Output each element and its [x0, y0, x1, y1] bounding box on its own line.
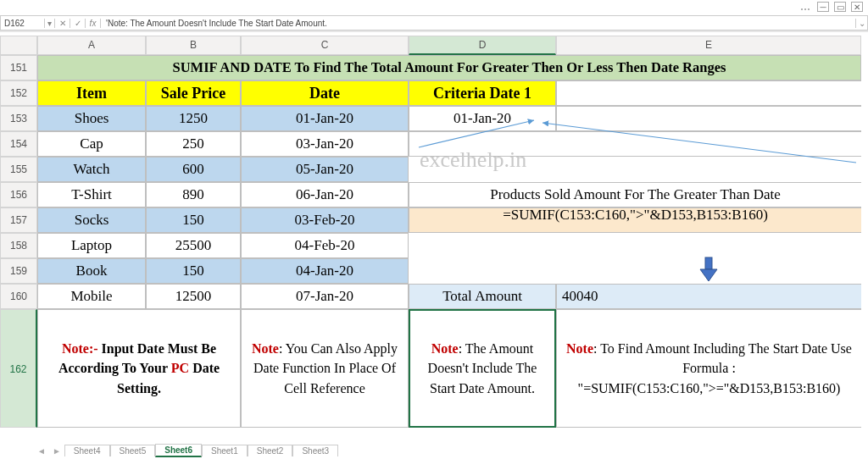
cell-item[interactable]: Laptop [37, 233, 146, 258]
row-header-157[interactable]: 157 [0, 207, 37, 233]
row-header-156[interactable]: 156 [0, 182, 37, 207]
cell-date[interactable]: 04-Feb-20 [241, 233, 409, 258]
formula-input[interactable]: 'Note: The Amount Doesn't Include The St… [101, 19, 855, 28]
col-header-D[interactable]: D [409, 36, 556, 55]
sheet-tab[interactable]: Sheet1 [202, 445, 248, 456]
header-criteria[interactable]: Criteria Date 1 [409, 80, 556, 106]
cell-date[interactable]: 07-Jan-20 [241, 284, 409, 309]
formula-text: =SUMIF(C153:C160,">"&D153,B153:B160) [503, 207, 768, 224]
row-header-152[interactable]: 152 [0, 80, 37, 106]
cell-price[interactable]: 250 [146, 131, 241, 157]
title-cell[interactable]: SUMIF AND DATE To Find The Total Amount … [37, 55, 861, 80]
header-date[interactable]: Date [241, 80, 409, 106]
cell-price[interactable]: 600 [146, 157, 241, 182]
cell-price[interactable]: 890 [146, 182, 241, 207]
cell-price[interactable]: 25500 [146, 233, 241, 258]
arrow-down-icon [698, 256, 720, 283]
sheet-tab-active[interactable]: Sheet6 [155, 444, 202, 457]
cancel-icon[interactable]: ✕ [55, 19, 70, 28]
col-header-A[interactable]: A [37, 36, 146, 55]
cell-E153[interactable] [556, 106, 861, 131]
note-a[interactable]: Note:- Input Date Must Be According To Y… [37, 309, 241, 428]
header-price[interactable]: Sale Price [146, 80, 241, 106]
svg-rect-0 [705, 257, 712, 269]
fx-icon[interactable]: fx [86, 19, 101, 28]
cell-price[interactable]: 12500 [146, 284, 241, 309]
total-label-cell[interactable]: Total Amount [409, 284, 556, 309]
close-button[interactable]: ✕ [851, 2, 863, 12]
watermark-text: excelhelp.in [420, 147, 526, 173]
cell-price[interactable]: 150 [146, 258, 241, 284]
row-header-151[interactable]: 151 [0, 55, 37, 80]
cell-item[interactable]: Book [37, 258, 146, 284]
col-header-C[interactable]: C [241, 36, 409, 55]
row-header-162[interactable]: 162 [0, 309, 37, 428]
minimize-button[interactable]: ─ [817, 2, 829, 12]
note-d-selected[interactable]: Note: The Amount Doesn't Include The Sta… [409, 309, 556, 428]
cell-price[interactable]: 1250 [146, 106, 241, 131]
row-header-154[interactable]: 154 [0, 131, 37, 157]
cell-item[interactable]: Cap [37, 131, 146, 157]
formula-bar: D162 ▾ ✕ ✓ fx 'Note: The Amount Doesn't … [0, 15, 868, 30]
sheet-tab-bar: ◄ ► Sheet4 Sheet5 Sheet6 Sheet1 Sheet2 S… [34, 444, 338, 457]
divider [0, 30, 868, 32]
cell-item[interactable]: T-Shirt [37, 182, 146, 207]
sheet-tab[interactable]: Sheet2 [248, 445, 293, 456]
total-value-cell[interactable]: 40040 [556, 284, 861, 309]
maximize-button[interactable]: ▭ [834, 2, 846, 12]
row-header-155[interactable]: 155 [0, 157, 37, 182]
cell-E152[interactable] [556, 80, 861, 106]
spreadsheet-grid[interactable]: A B C D E 151 SUMIF AND DATE To Find The… [0, 36, 868, 440]
svg-marker-1 [700, 269, 717, 281]
cell-item[interactable]: Socks [37, 207, 146, 233]
sheet-tab[interactable]: Sheet3 [292, 445, 338, 456]
cell-date[interactable]: 06-Jan-20 [241, 182, 409, 207]
window-menu-dots[interactable]: ⋯ [800, 3, 812, 15]
select-all-corner[interactable] [0, 36, 37, 55]
tab-nav-next-icon[interactable]: ► [49, 446, 64, 456]
row-header-158[interactable]: 158 [0, 233, 37, 258]
formula-display-cell[interactable]: =SUMIF(C153:C160,">"&D153,B153:B160) [409, 207, 861, 233]
cell-date[interactable]: 04-Jan-20 [241, 258, 409, 284]
name-box-dropdown-icon[interactable]: ▾ [45, 19, 55, 28]
col-header-E[interactable]: E [556, 36, 861, 55]
name-box[interactable]: D162 [1, 19, 45, 28]
note-c[interactable]: Note: You Can Also Apply Date Function I… [241, 309, 409, 428]
sheet-tab[interactable]: Sheet5 [110, 445, 156, 456]
sheet-tab[interactable]: Sheet4 [64, 445, 110, 456]
cell-date[interactable]: 01-Jan-20 [241, 106, 409, 131]
watermark-area: excelhelp.in [409, 131, 861, 157]
enter-icon[interactable]: ✓ [70, 19, 86, 28]
caption-cell[interactable]: Products Sold Amount For The Greater Tha… [409, 182, 861, 207]
col-header-B[interactable]: B [146, 36, 241, 55]
cell-date[interactable]: 03-Jan-20 [241, 131, 409, 157]
row-header-153[interactable]: 153 [0, 106, 37, 131]
cell-price[interactable]: 150 [146, 207, 241, 233]
note-e[interactable]: Note: To Find Amount Including The Start… [556, 309, 861, 428]
cell-date[interactable]: 03-Feb-20 [241, 207, 409, 233]
tab-nav-prev-icon[interactable]: ◄ [34, 446, 49, 456]
criteria-date-cell[interactable]: 01-Jan-20 [409, 106, 556, 131]
cell-item[interactable]: Mobile [37, 284, 146, 309]
cell-date[interactable]: 05-Jan-20 [241, 157, 409, 182]
row-header-160[interactable]: 160 [0, 284, 37, 309]
cell-item[interactable]: Watch [37, 157, 146, 182]
row-header-159[interactable]: 159 [0, 258, 37, 284]
cell-item[interactable]: Shoes [37, 106, 146, 131]
header-item[interactable]: Item [37, 80, 146, 106]
formula-bar-expand-icon[interactable]: ⌄ [855, 19, 867, 28]
